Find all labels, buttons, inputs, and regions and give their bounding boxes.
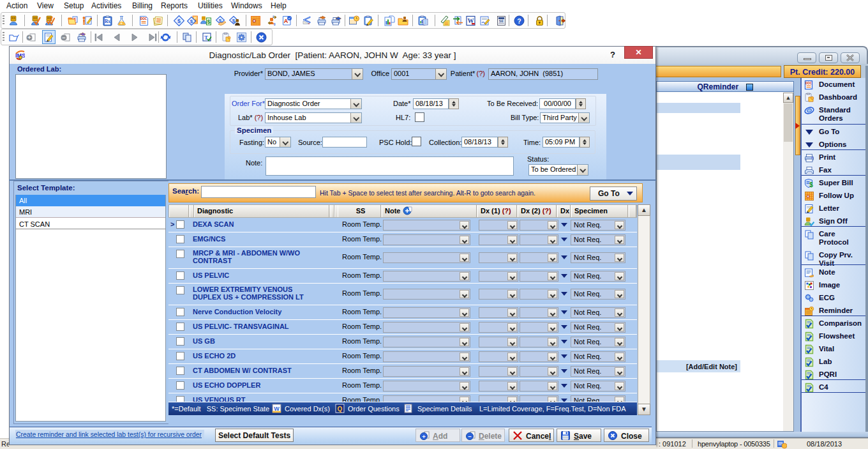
svg-text:Q: Q [338,406,343,413]
svg-text:$: $ [809,181,813,188]
svg-text:DOC: DOC [805,82,812,85]
svg-text:−: − [62,34,65,41]
svg-text:$: $ [207,19,210,25]
svg-text:$: $ [177,18,181,24]
svg-text:+: + [422,433,426,440]
svg-text:0: 0 [274,23,276,26]
svg-text:$: $ [232,18,236,24]
svg-text:$: $ [190,19,193,24]
svg-text:SE: SE [499,19,504,23]
svg-text:?: ? [517,17,521,25]
svg-text:I: I [273,15,274,19]
svg-text:Rx: Rx [105,19,110,24]
svg-text:+: + [27,34,31,41]
svg-text:−: − [468,433,472,440]
svg-text:DOC: DOC [140,17,147,20]
